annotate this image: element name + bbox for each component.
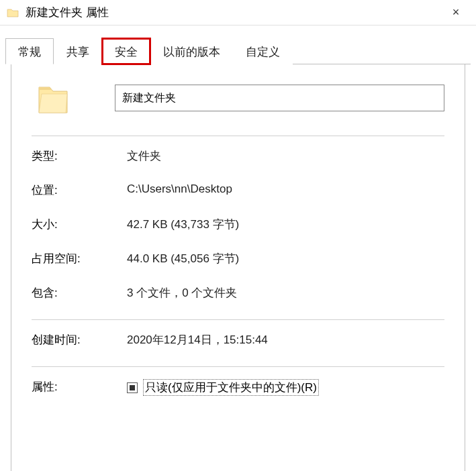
readonly-checkbox[interactable] bbox=[127, 382, 138, 393]
row-attributes: 属性: 只读(仅应用于文件夹中的文件)(R) bbox=[32, 379, 444, 396]
label-attributes: 属性: bbox=[32, 379, 127, 396]
tab-panel-general: 类型: 文件夹 位置: C:\Users\nn\Desktop 大小: 42.7… bbox=[11, 64, 465, 471]
row-created: 创建时间: 2020年12月14日，15:15:44 bbox=[32, 332, 444, 348]
readonly-checkbox-row: 只读(仅应用于文件夹中的文件)(R) bbox=[127, 379, 319, 396]
value-contains: 3 个文件，0 个文件夹 bbox=[127, 285, 237, 301]
value-size-on-disk: 44.0 KB (45,056 字节) bbox=[127, 251, 239, 266]
label-created: 创建时间: bbox=[32, 332, 127, 348]
name-row bbox=[32, 79, 444, 117]
readonly-label[interactable]: 只读(仅应用于文件夹中的文件)(R) bbox=[143, 379, 319, 396]
tab-previous-versions[interactable]: 以前的版本 bbox=[150, 38, 233, 64]
folder-large-icon bbox=[32, 79, 75, 117]
label-contains: 包含: bbox=[32, 285, 127, 301]
divider bbox=[32, 366, 444, 367]
tabs-container: 常规 共享 安全 以前的版本 自定义 类型: 文件夹 位置: bbox=[0, 25, 476, 471]
tab-customize[interactable]: 自定义 bbox=[233, 38, 293, 64]
value-size: 42.7 KB (43,733 字节) bbox=[127, 217, 239, 232]
value-created: 2020年12月14日，15:15:44 bbox=[127, 332, 268, 348]
value-type: 文件夹 bbox=[127, 148, 161, 164]
label-location: 位置: bbox=[32, 182, 127, 198]
tabs-bar: 常规 共享 安全 以前的版本 自定义 bbox=[5, 38, 471, 64]
tab-sharing[interactable]: 共享 bbox=[54, 38, 102, 64]
tab-general[interactable]: 常规 bbox=[5, 38, 54, 64]
row-size: 大小: 42.7 KB (43,733 字节) bbox=[32, 217, 444, 232]
label-size: 大小: bbox=[32, 217, 127, 232]
row-location: 位置: C:\Users\nn\Desktop bbox=[32, 182, 444, 198]
checkbox-indeterminate-icon bbox=[130, 385, 135, 390]
folder-icon bbox=[7, 7, 19, 18]
divider bbox=[32, 319, 444, 320]
window-title: 新建文件夹 属性 bbox=[26, 5, 442, 20]
row-type: 类型: 文件夹 bbox=[32, 148, 444, 164]
row-size-on-disk: 占用空间: 44.0 KB (45,056 字节) bbox=[32, 251, 444, 266]
row-contains: 包含: 3 个文件，0 个文件夹 bbox=[32, 285, 444, 301]
label-size-on-disk: 占用空间: bbox=[32, 251, 127, 266]
titlebar: 新建文件夹 属性 × bbox=[0, 0, 476, 25]
label-type: 类型: bbox=[32, 148, 127, 164]
folder-name-input[interactable] bbox=[115, 85, 444, 111]
properties-table: 类型: 文件夹 位置: C:\Users\nn\Desktop 大小: 42.7… bbox=[32, 148, 444, 301]
divider bbox=[32, 136, 444, 136]
close-button[interactable]: × bbox=[442, 3, 469, 23]
close-icon: × bbox=[453, 5, 460, 19]
value-location: C:\Users\nn\Desktop bbox=[127, 182, 232, 198]
tab-security[interactable]: 安全 bbox=[102, 38, 150, 64]
